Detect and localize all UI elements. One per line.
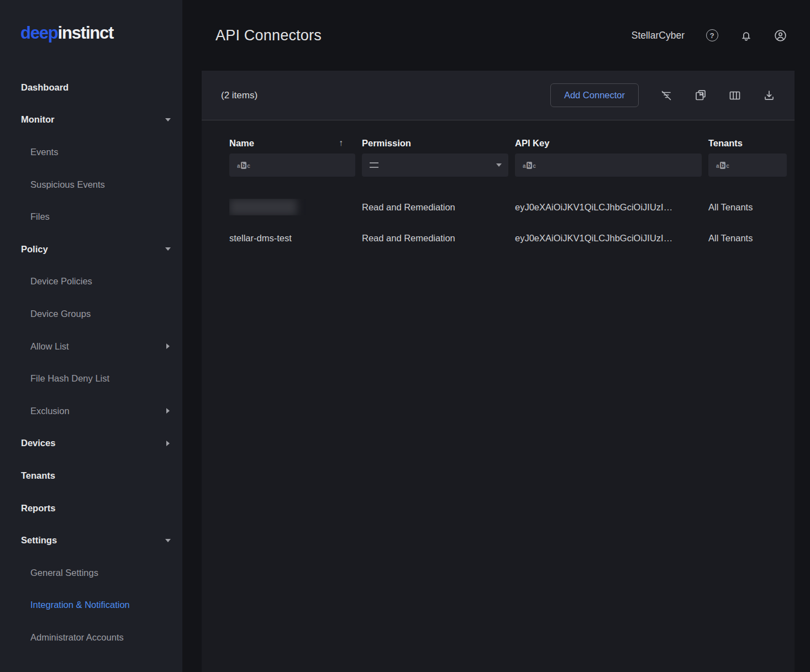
add-connector-button[interactable]: Add Connector	[550, 83, 639, 107]
api-key-filter-input[interactable]: abc	[515, 154, 702, 177]
cell-api-key: eyJ0eXAiOiJKV1QiLCJhbGciOiJIUzI…	[515, 233, 702, 244]
sidebar-item-label: Policy	[21, 244, 48, 255]
column-header-permission[interactable]: Permission	[362, 138, 508, 149]
sidebar-item-monitor[interactable]: Monitor	[0, 104, 182, 136]
toolbar-actions: Add Connector	[550, 83, 776, 107]
header-actions: StellarCyber ?	[632, 29, 810, 43]
sidebar-item-events[interactable]: Events	[0, 136, 182, 168]
sidebar-item-label: Dashboard	[21, 82, 69, 93]
logo-deep: deep	[20, 23, 58, 43]
chevron-right-icon	[166, 408, 170, 414]
table-row[interactable]: Read and Remediation eyJ0eXAiOiJKV1QiLCJ…	[229, 192, 787, 223]
table-filter-row: abc abc abc	[229, 154, 787, 177]
cell-name	[229, 199, 355, 215]
chevron-down-icon	[165, 539, 171, 542]
chevron-right-icon	[166, 441, 170, 446]
connectors-table: Name ↑ Permission API Key Tenants abc	[202, 120, 795, 253]
column-label: Permission	[362, 138, 411, 149]
sidebar-item-policy[interactable]: Policy	[0, 233, 182, 266]
top-header: API Connectors StellarCyber ?	[182, 0, 810, 71]
sidebar-item-allow-list[interactable]: Allow List	[0, 330, 182, 363]
sidebar-item-label: Allow List	[30, 341, 69, 352]
cell-tenants: All Tenants	[708, 233, 787, 244]
sidebar-item-tenants[interactable]: Tenants	[0, 459, 182, 492]
chevron-down-icon	[165, 247, 171, 251]
sidebar-item-label: Exclusion	[30, 406, 70, 416]
notifications-bell-icon[interactable]	[739, 29, 753, 43]
column-label: Tenants	[708, 138, 743, 149]
columns-icon[interactable]	[728, 89, 741, 102]
text-contains-icon: abc	[523, 162, 536, 169]
sidebar: deepinstinct Dashboard Monitor Events Su…	[0, 0, 182, 672]
page-title: API Connectors	[215, 27, 322, 44]
table-header-row: Name ↑ Permission API Key Tenants	[229, 120, 787, 154]
sidebar-item-suspicious-events[interactable]: Suspicious Events	[0, 168, 182, 201]
filter-off-icon[interactable]	[660, 89, 673, 102]
sidebar-item-exclusion[interactable]: Exclusion	[0, 395, 182, 427]
redacted-name	[229, 199, 297, 215]
account-name: StellarCyber	[632, 30, 685, 41]
sidebar-item-label: Integration & Notification	[30, 600, 130, 610]
text-contains-icon: abc	[716, 162, 729, 169]
sidebar-nav: Dashboard Monitor Events Suspicious Even…	[0, 71, 182, 654]
api-connectors-panel: (2 items) Add Connector	[202, 71, 795, 672]
sidebar-item-administrator-accounts[interactable]: Administrator Accounts	[0, 621, 182, 654]
sidebar-item-label: Suspicious Events	[30, 179, 105, 190]
table-row[interactable]: stellar-dms-test Read and Remediation ey…	[229, 223, 787, 253]
account-icon[interactable]	[774, 29, 787, 43]
permission-filter-select[interactable]	[362, 154, 508, 177]
cell-name: stellar-dms-test	[229, 233, 355, 244]
export-download-icon[interactable]	[762, 89, 776, 102]
text-contains-icon: abc	[237, 162, 250, 169]
sidebar-item-reports[interactable]: Reports	[0, 492, 182, 525]
sidebar-item-settings[interactable]: Settings	[0, 524, 182, 557]
sidebar-item-dashboard[interactable]: Dashboard	[0, 71, 182, 104]
cell-tenants: All Tenants	[708, 202, 787, 213]
table-body: Read and Remediation eyJ0eXAiOiJKV1QiLCJ…	[229, 192, 787, 253]
chevron-down-icon	[496, 163, 502, 167]
tenants-filter-input[interactable]: abc	[708, 154, 787, 177]
column-label: API Key	[515, 138, 549, 149]
sidebar-item-label: Device Groups	[30, 309, 91, 319]
sidebar-item-label: Monitor	[21, 114, 54, 125]
sidebar-item-general-settings[interactable]: General Settings	[0, 557, 182, 589]
help-icon[interactable]: ?	[705, 29, 719, 43]
chevron-right-icon	[166, 343, 170, 349]
name-filter-input[interactable]: abc	[229, 154, 355, 177]
sidebar-item-device-policies[interactable]: Device Policies	[0, 266, 182, 298]
sort-ascending-icon[interactable]: ↑	[339, 138, 343, 148]
sidebar-item-label: Device Policies	[30, 276, 92, 287]
sidebar-item-label: Settings	[21, 535, 57, 546]
sidebar-item-label: Tenants	[21, 470, 55, 481]
table-toolbar: (2 items) Add Connector	[202, 71, 795, 120]
sidebar-item-device-groups[interactable]: Device Groups	[0, 298, 182, 330]
sidebar-item-label: General Settings	[30, 568, 98, 578]
sidebar-item-files[interactable]: Files	[0, 200, 182, 233]
sidebar-item-label: Devices	[21, 438, 55, 448]
column-label: Name	[229, 138, 254, 149]
cell-permission: Read and Remediation	[362, 202, 508, 213]
equals-icon	[370, 162, 378, 168]
cell-permission: Read and Remediation	[362, 233, 508, 244]
sidebar-item-label: Reports	[21, 503, 55, 514]
sidebar-item-label: File Hash Deny List	[30, 373, 109, 384]
saved-views-icon[interactable]	[694, 89, 707, 102]
deep-instinct-logo[interactable]: deepinstinct	[20, 23, 113, 43]
sidebar-item-file-hash-deny-list[interactable]: File Hash Deny List	[0, 362, 182, 395]
sidebar-item-label: Administrator Accounts	[30, 632, 124, 643]
column-header-tenants[interactable]: Tenants	[708, 138, 787, 149]
column-header-name[interactable]: Name ↑	[229, 138, 355, 149]
logo-instinct: instinct	[58, 23, 114, 43]
sidebar-item-label: Events	[30, 147, 58, 157]
sidebar-item-devices[interactable]: Devices	[0, 427, 182, 460]
sidebar-item-integration-notification[interactable]: Integration & Notification	[0, 589, 182, 622]
column-header-api-key[interactable]: API Key	[515, 138, 702, 149]
sidebar-item-label: Files	[30, 211, 50, 222]
items-count: (2 items)	[221, 90, 257, 101]
cell-api-key: eyJ0eXAiOiJKV1QiLCJhbGciOiJIUzI…	[515, 202, 702, 213]
chevron-down-icon	[165, 118, 171, 121]
